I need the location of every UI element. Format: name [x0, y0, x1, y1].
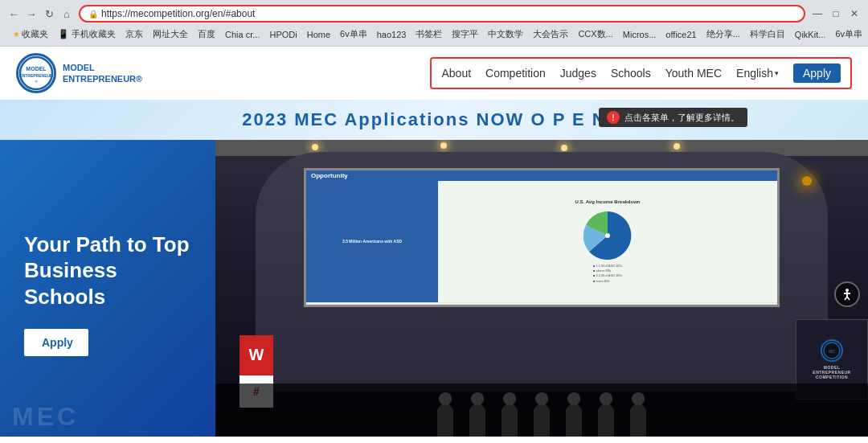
audience-person-3: [502, 404, 518, 437]
side-banner-logo-circle: MC: [821, 339, 843, 362]
url-text: https://mecompetition.org/en/#about: [101, 8, 255, 19]
browser-actions: — □ ✕: [810, 6, 862, 21]
bookmark-nav[interactable]: 网址大全: [149, 27, 191, 41]
bookmark-hpodi[interactable]: HPODi: [266, 29, 300, 40]
browser-chrome: ← → ↻ ⌂ 🔒 https://mecompetition.org/en/#…: [0, 0, 868, 47]
presentation-screen: Opportunity 3.5 Million Americans with A…: [304, 168, 780, 307]
svg-line-11: [847, 297, 850, 300]
bookmark-qik[interactable]: QikKit...: [792, 29, 829, 40]
nav-apply-button[interactable]: Apply: [793, 64, 841, 83]
home-button[interactable]: ⌂: [59, 6, 74, 21]
lock-icon: 🔒: [88, 10, 98, 18]
bookmark-sci[interactable]: 科学白目: [747, 27, 788, 41]
audience-person-4: [534, 404, 550, 437]
browser-window: ← → ↻ ⌂ 🔒 https://mecompetition.org/en/#…: [0, 0, 868, 437]
stage-light: [802, 176, 812, 186]
close-button[interactable]: ✕: [847, 6, 862, 21]
audience-area: [215, 384, 868, 437]
bookmark-jd[interactable]: 京东: [122, 27, 146, 41]
logo-circle: MODEL ENTREPRENEUR ®: [16, 53, 56, 93]
site-header: MODEL ENTREPRENEUR ® MODEL ENTREPRENEUR®…: [0, 47, 868, 100]
side-banner-text: MODEL ENTREPRENEUR COMPETITION: [813, 365, 850, 379]
reload-button[interactable]: ↻: [42, 6, 56, 21]
hero-title: Your Path to Top Business Schools: [24, 232, 191, 310]
minimize-button[interactable]: —: [810, 6, 825, 21]
spotlight-4: [674, 143, 680, 150]
bookmark-office[interactable]: office21: [662, 29, 699, 40]
bookmark-share[interactable]: 绝分享...: [703, 27, 743, 41]
svg-point-4: [605, 233, 610, 238]
bookmark-baidu[interactable]: 百度: [194, 27, 219, 41]
screen-body: 3.5 Million Americans with ASD U.S. Avg …: [306, 181, 777, 302]
bookmark-books[interactable]: 书签栏: [412, 27, 445, 41]
hero-section: Your Path to Top Business Schools Apply …: [0, 140, 868, 437]
svg-text:ENTREPRENEUR: ENTREPRENEUR: [19, 73, 53, 78]
accessibility-button[interactable]: [834, 281, 860, 307]
logo-text: MODEL ENTREPRENEUR®: [63, 62, 142, 85]
nav-english[interactable]: English ▾: [736, 67, 779, 80]
spotlight-2: [440, 142, 447, 149]
logo-area: MODEL ENTREPRENEUR ® MODEL ENTREPRENEUR®: [16, 53, 142, 93]
banner-text: 2023 MEC Applications NOW O P E N！: [242, 109, 626, 129]
bookmark-mobile[interactable]: 📱 手机收藏夹: [55, 27, 119, 41]
audience-person-2: [469, 404, 485, 437]
spotlight-1: [312, 144, 318, 150]
site-nav: About Competition Judges Schools Youth M…: [430, 57, 852, 89]
svg-text:MC: MC: [829, 349, 835, 354]
bookmark-ccx[interactable]: CCX数...: [575, 27, 616, 41]
audience-person-5: [566, 404, 582, 437]
watermark-text: MEC: [12, 402, 79, 432]
audience-person-7: [630, 404, 646, 437]
bookmark-chia[interactable]: Chia cr...: [222, 29, 263, 40]
bookmark-home[interactable]: Home: [304, 29, 334, 40]
website-content: MODEL ENTREPRENEUR ® MODEL ENTREPRENEUR®…: [0, 47, 868, 437]
pie-chart: [579, 207, 636, 264]
bookmark-souzi[interactable]: 搜字平: [448, 27, 481, 41]
chevron-down-icon: ▾: [775, 69, 779, 77]
accessibility-icon: [841, 288, 854, 301]
info-icon: !: [607, 111, 620, 124]
bookmark-star[interactable]: ★ 收藏夹: [10, 27, 51, 41]
browser-top-bar: ← → ↻ ⌂ 🔒 https://mecompetition.org/en/#…: [6, 5, 862, 23]
side-banner-logo-icon: MC: [823, 342, 841, 359]
tooltip-text: 点击各菜单，了解更多详情。: [624, 112, 739, 124]
audience-person-1: [437, 404, 453, 437]
stage-arch: Opportunity 3.5 Million Americans with A…: [256, 152, 828, 392]
nav-judges[interactable]: Judges: [560, 67, 596, 80]
screen-left: 3.5 Million Americans with ASD: [306, 181, 438, 302]
bookmark-6v2[interactable]: 6v单串: [832, 27, 862, 41]
nav-youth-mec[interactable]: Youth MEC: [665, 67, 722, 80]
svg-point-7: [845, 289, 849, 292]
forward-button[interactable]: →: [24, 6, 39, 21]
address-bar[interactable]: 🔒 https://mecompetition.org/en/#about: [79, 5, 805, 23]
svg-text:MODEL: MODEL: [26, 66, 47, 72]
browser-controls: ← → ↻ ⌂: [6, 6, 74, 21]
audience-person-6: [598, 404, 614, 437]
wd-logo-letter: W: [249, 346, 264, 364]
hero-left-panel: Your Path to Top Business Schools Apply …: [0, 140, 215, 437]
bookmark-conf[interactable]: 大会告示: [530, 27, 571, 41]
bookmark-micro[interactable]: Micros...: [620, 29, 660, 40]
tooltip-bar: ! 点击各菜单，了解更多详情。: [599, 108, 747, 127]
bookmarks-bar: ★ 收藏夹 📱 手机收藏夹 京东 网址大全 百度 Chia cr... HPOD…: [6, 26, 862, 43]
screen-header: Opportunity: [306, 170, 777, 181]
bookmark-hao[interactable]: hao123: [374, 29, 410, 40]
chart-title: U.S. Avg Income Breakdown: [575, 199, 641, 204]
nav-schools[interactable]: Schools: [611, 67, 651, 80]
bookmark-6v[interactable]: 6v单串: [337, 27, 371, 41]
nav-competition[interactable]: Competition: [485, 67, 546, 80]
back-button[interactable]: ←: [6, 6, 21, 21]
svg-text:®: ®: [35, 80, 38, 84]
chart-labels: ■ 1.1 M of ASD 32% ■ above 80k ■ 3.4 M o…: [593, 264, 622, 285]
hero-apply-button[interactable]: Apply: [24, 329, 88, 356]
bookmark-math[interactable]: 中文数学: [485, 27, 526, 41]
screen-right: U.S. Avg Income Breakdown: [438, 181, 777, 302]
nav-about[interactable]: About: [441, 67, 471, 80]
photo-background: Opportunity 3.5 Million Americans with A…: [215, 140, 868, 437]
hero-right-panel: Opportunity 3.5 Million Americans with A…: [215, 140, 868, 437]
maximize-button[interactable]: □: [829, 6, 843, 21]
logo-icon: MODEL ENTREPRENEUR ®: [18, 55, 54, 91]
spotlight-3: [561, 145, 567, 151]
